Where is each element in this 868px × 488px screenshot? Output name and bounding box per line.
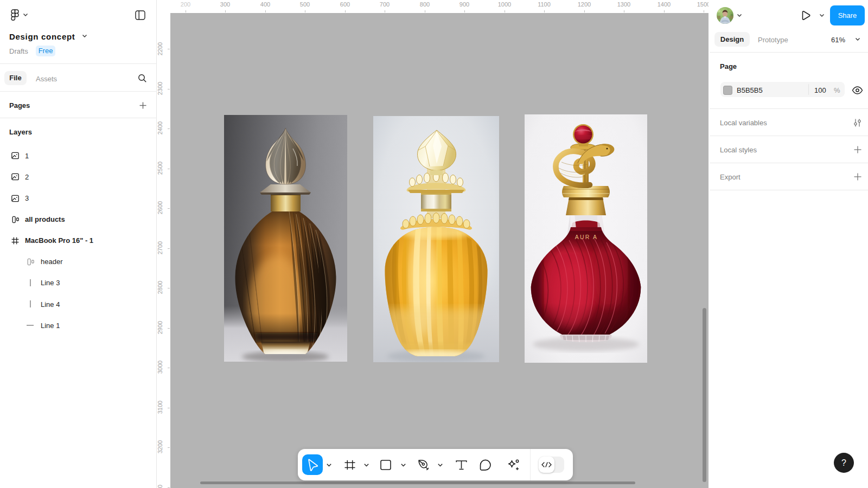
svg-text:AUR A: AUR A <box>575 234 598 240</box>
